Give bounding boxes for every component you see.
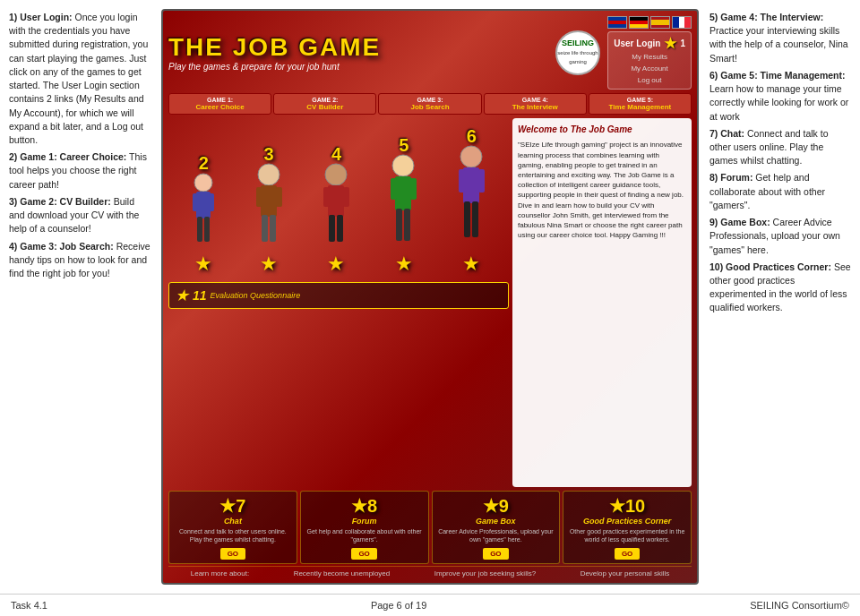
page-footer: Task 4.1 Page 6 of 19 SEILING Consortium…	[0, 594, 860, 616]
svg-rect-10	[262, 215, 268, 242]
char-2-svg	[185, 172, 221, 252]
gamebox-title: Game Box	[476, 517, 516, 526]
my-account-link[interactable]: My Account	[614, 64, 685, 75]
svg-rect-5	[204, 217, 210, 242]
eval-star: ★	[175, 286, 189, 305]
svg-point-0	[194, 174, 212, 192]
welcome-panel: Welcome to The Job Game "SEIze Life thro…	[512, 118, 692, 486]
game-title-area: THE JOB GAME Play the games & prepare fo…	[168, 35, 548, 72]
char-5-number: 5	[399, 136, 408, 154]
left-column: 1) User Login: Once you login with the c…	[4, 7, 156, 586]
nav-item-cv-builder[interactable]: GAME 2: CV Builder	[273, 93, 376, 115]
char-5-star: ★	[395, 252, 413, 276]
svg-point-18	[392, 155, 414, 176]
footer-page: Page 6 of 19	[371, 600, 426, 611]
svg-point-6	[258, 164, 280, 185]
svg-point-12	[325, 164, 347, 185]
game-bottom: ★7 Chat Connect and talk to other users …	[168, 491, 692, 564]
svg-rect-20	[391, 178, 397, 200]
svg-rect-8	[256, 187, 262, 207]
left-text: 1) User Login: Once you login with the c…	[9, 11, 150, 147]
characters-area: 2 ★	[168, 118, 509, 279]
svg-rect-2	[193, 193, 198, 211]
chat-desc: Connect and talk to other users online. …	[173, 527, 293, 543]
flags-row	[607, 16, 692, 29]
svg-rect-17	[337, 215, 343, 242]
game-left-section: 2 ★	[168, 118, 509, 486]
forum-title: Forum	[352, 517, 377, 526]
chat-number: ★7	[219, 495, 245, 517]
nav-item-career-choice[interactable]: GAME 1: Career Choice	[168, 93, 271, 115]
svg-rect-3	[209, 193, 214, 211]
svg-rect-13	[328, 185, 344, 217]
char-3-number: 3	[264, 145, 274, 163]
game4-text: 5) Game 4: The Interview: Practice your …	[710, 11, 851, 65]
bottom-forum: ★8 Forum Get help and collaborate about …	[300, 491, 429, 564]
gamebox-text: 9) Game Box: Career Advice Professionals…	[710, 216, 851, 257]
game2-text: 3) Game 2: CV Builder: Build and downloa…	[9, 195, 150, 236]
my-results-link[interactable]: My Results	[614, 52, 685, 64]
forum-go-button[interactable]: GO	[351, 548, 376, 560]
flag-uk[interactable]	[607, 16, 627, 29]
game-area: THE JOB GAME Play the games & prepare fo…	[161, 9, 699, 585]
nav-item-job-search[interactable]: GAME 3: Job Search	[378, 93, 481, 115]
gamebox-desc: Career Advice Professionals, upload your…	[436, 527, 556, 543]
footer-tab-personal[interactable]: Develop your personal skills	[580, 569, 670, 578]
char-4-svg	[316, 163, 357, 252]
practices-number: ★10	[609, 495, 645, 517]
flag-de[interactable]	[629, 16, 649, 29]
char-5-svg	[383, 154, 424, 252]
svg-rect-22	[396, 209, 402, 241]
footer-consortium: SEILING Consortium©	[750, 600, 849, 611]
game-header: THE JOB GAME Play the games & prepare fo…	[168, 16, 692, 90]
svg-rect-23	[404, 209, 410, 241]
gamebox-number: ★9	[483, 495, 509, 517]
forum-text: 8) Forum: Get help and collaborate about…	[710, 171, 851, 212]
character-2: 2 ★	[185, 154, 221, 276]
nav-item-time-management[interactable]: GAME 5: Time Management	[589, 93, 692, 115]
eval-number: 11	[193, 288, 207, 303]
game3-text: 4) Game 3: Job Search: Receive handy tip…	[9, 240, 150, 281]
flag-es[interactable]	[650, 16, 670, 29]
game1-text: 2) Game 1: Career Choice: This tool help…	[9, 150, 150, 192]
game-footer: Learn more about: Recently become unempl…	[168, 566, 692, 578]
svg-rect-11	[270, 215, 276, 242]
chat-go-button[interactable]: GO	[220, 548, 245, 560]
game-nav: GAME 1: Career Choice GAME 2: CV Builder…	[168, 93, 692, 115]
chat-title: Chat	[224, 517, 242, 526]
svg-rect-14	[323, 187, 330, 207]
welcome-text: "SEIze Life through gaming" project is a…	[518, 140, 686, 240]
char-3-svg	[249, 163, 289, 252]
flag-fr[interactable]	[672, 16, 692, 29]
welcome-title: Welcome to The Job Game	[518, 124, 686, 136]
right-column: 5) Game 4: The Interview: Practice your …	[704, 7, 856, 586]
practices-go-button[interactable]: GO	[615, 548, 640, 560]
character-5: 5 ★	[383, 136, 424, 276]
footer-tab-jobseeking[interactable]: Improve your job seeking skills?	[434, 569, 536, 578]
svg-rect-16	[329, 215, 335, 242]
user-login-star: ★	[664, 35, 676, 52]
svg-rect-25	[463, 167, 479, 203]
character-4: 4 ★	[316, 145, 357, 276]
user-login-box[interactable]: User Login ★ 1 My Results My Account Log…	[607, 31, 692, 90]
char-2-number: 2	[199, 154, 209, 172]
footer-tab-learn[interactable]: Learn more about:	[191, 569, 249, 578]
bottom-chat: ★7 Chat Connect and talk to other users …	[168, 491, 297, 564]
eval-label: Evaluation Questionnaire	[211, 291, 301, 300]
svg-point-24	[460, 146, 482, 167]
logout-link[interactable]: Log out	[614, 75, 685, 87]
char-4-star: ★	[327, 252, 345, 276]
bottom-gamebox: ★9 Game Box Career Advice Professionals,…	[432, 491, 561, 564]
svg-rect-7	[261, 185, 277, 217]
character-6: 6 ★	[452, 127, 492, 276]
nav-item-interview[interactable]: GAME 4: The Interview	[484, 93, 587, 115]
svg-rect-19	[395, 176, 411, 210]
footer-tab-unemployed[interactable]: Recently become unemployed	[294, 569, 391, 578]
char-6-svg	[452, 145, 492, 252]
chat-text: 7) Chat: Connect and talk to other users…	[710, 127, 851, 168]
gamebox-go-button[interactable]: GO	[483, 548, 508, 560]
game-main-content: 2 ★	[168, 118, 692, 486]
user-links: My Results My Account Log out	[614, 52, 685, 86]
forum-desc: Get help and collaborate about with othe…	[305, 527, 425, 543]
eval-bar[interactable]: ★ 11 Evaluation Questionnaire	[168, 282, 509, 309]
